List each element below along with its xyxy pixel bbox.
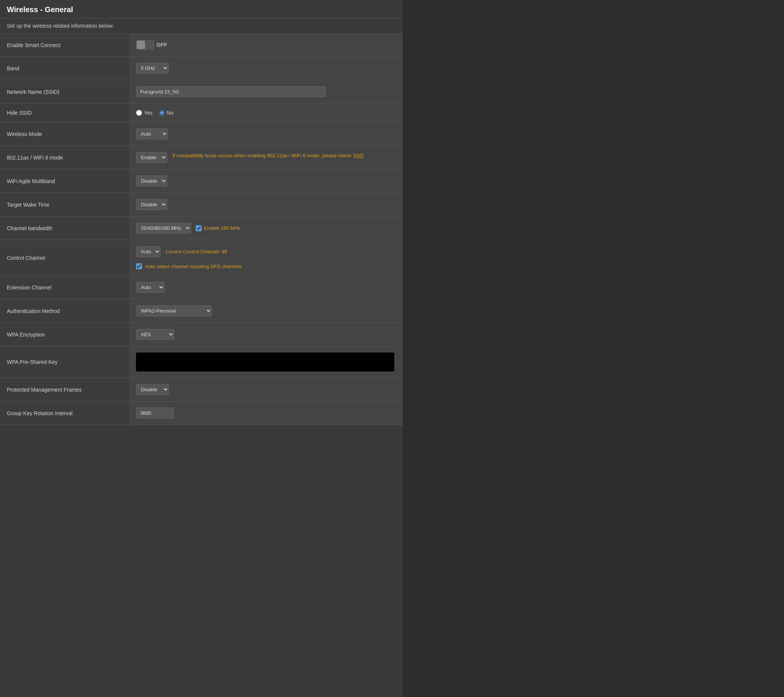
field-label-bandwidth: Channel bandwidth [0,216,129,240]
wifi6-container: Enable Disable If compatibility issue oc… [136,152,396,163]
table-row: WiFi Agile Multiband Disable Enable [0,170,403,193]
field-label-agile: WiFi Agile Multiband [0,170,129,193]
table-row: Authentication Method WPA2-Personal Open… [0,299,403,323]
band-select[interactable]: 5 GHz 2.4 GHz 6 GHz [136,63,169,74]
bandwidth-container: 20/40/80/160 MHz 20 MHz 40 MHz 80 MHz En… [136,222,396,234]
wifi6-warning: If compatibility issue occurs when enabl… [173,152,364,160]
toggle-state-label: OFF [156,42,167,48]
dfs-label: Auto select channel including DFS channe… [145,264,242,269]
field-label-auth: Authentication Method [0,299,129,323]
hide-ssid-no-label[interactable]: No [159,110,174,116]
dfs-checkbox[interactable] [136,263,142,269]
channel-row: Auto 36 40 44 48 Current Control Channel… [136,246,396,257]
toggle-track [136,40,154,50]
dfs-row: Auto select channel including DFS channe… [136,263,396,269]
field-value-control-channel: Auto 36 40 44 48 Current Control Channel… [129,240,403,276]
field-label-control-channel: Control Channel [0,240,129,276]
hide-ssid-no-radio[interactable] [159,110,165,116]
field-label-pmf: Protected Management Frames [0,378,129,402]
field-value-gkri [129,402,403,425]
field-value-smart-connect: OFF [129,34,403,57]
field-value-wpa-enc: AES TKIP TKIP+AES [129,323,403,346]
field-value-psk [129,346,403,378]
hide-ssid-yes-label[interactable]: Yes [136,110,153,116]
auth-method-select[interactable]: WPA2-Personal Open System WPA-Personal W… [136,305,212,316]
field-value-band: 5 GHz 2.4 GHz 6 GHz [129,57,403,80]
field-label-gkri: Group Key Rotation Interval [0,402,129,425]
table-row: 802.11ax / WiFi 6 mode Enable Disable If… [0,146,403,170]
enable-160-label[interactable]: Enable 160 MHz [196,225,240,231]
hide-ssid-yes-text: Yes [144,110,153,116]
wpa-encryption-select[interactable]: AES TKIP TKIP+AES [136,329,175,340]
hide-ssid-no-text: No [167,110,174,116]
enable-160-checkbox[interactable] [196,225,202,231]
field-label-wpa-enc: WPA Encryption [0,323,129,346]
pmf-select[interactable]: Disable Enable Capable [136,384,169,395]
field-label-twt: Target Wake Time [0,193,129,216]
twt-select[interactable]: Disable Enable [136,199,167,210]
field-value-pmf: Disable Enable Capable [129,378,403,402]
enable-160-text: Enable 160 MHz [204,225,240,231]
ssid-input[interactable] [136,86,326,97]
field-value-agile: Disable Enable [129,170,403,193]
table-row: Network Name (SSID) [0,80,403,104]
toggle-thumb [137,41,145,49]
field-label-band: Band [0,57,129,80]
group-key-rotation-input[interactable] [136,407,174,419]
table-row: Wireless Mode Auto N only AC only AX onl… [0,122,403,146]
field-value-ext-channel: Auto Above Below [129,276,403,299]
field-label-hide-ssid: Hide SSID [0,104,129,122]
field-value-wifi6: Enable Disable If compatibility issue oc… [129,146,403,170]
page-wrapper: Wireless - General Set up the wireless r… [0,0,403,697]
smart-connect-toggle[interactable]: OFF [136,40,167,50]
wifi6-faq-link[interactable]: FAQ [354,153,364,158]
table-row: Control Channel Auto 36 40 44 48 Current… [0,240,403,276]
table-row: WPA Encryption AES TKIP TKIP+AES [0,323,403,346]
table-row: Group Key Rotation Interval [0,402,403,425]
table-row: Protected Management Frames Disable Enab… [0,378,403,402]
field-value-auth: WPA2-Personal Open System WPA-Personal W… [129,299,403,323]
current-channel-text: Current Control Channel: 48 [165,249,227,254]
hide-ssid-radio-group: Yes No [136,110,396,116]
field-value-bandwidth: 20/40/80/160 MHz 20 MHz 40 MHz 80 MHz En… [129,216,403,240]
page-subtitle: Set up the wireless related information … [0,18,403,34]
field-label-wireless-mode: Wireless Mode [0,122,129,146]
control-channel-container: Auto 36 40 44 48 Current Control Channel… [136,246,396,269]
wifi6-select[interactable]: Enable Disable [136,152,167,163]
table-row: Extension Channel Auto Above Below [0,276,403,299]
table-row: Hide SSID Yes No [0,104,403,122]
table-row: Target Wake Time Disable Enable [0,193,403,216]
control-channel-select[interactable]: Auto 36 40 44 48 [136,246,161,257]
table-row: Band 5 GHz 2.4 GHz 6 GHz [0,57,403,80]
field-label-ext-channel: Extension Channel [0,276,129,299]
ext-channel-select[interactable]: Auto Above Below [136,282,165,293]
settings-table: Enable Smart Connect OFF Band 5 GHz 2.4 … [0,34,403,425]
table-row: Channel bandwidth 20/40/80/160 MHz 20 MH… [0,216,403,240]
field-label-psk: WPA Pre-Shared Key [0,346,129,378]
hide-ssid-yes-radio[interactable] [136,110,142,116]
wifi6-warning-text: If compatibility issue occurs when enabl… [173,153,354,158]
wireless-mode-select[interactable]: Auto N only AC only AX only [136,129,168,139]
page-title-section: Wireless - General [0,0,403,18]
bandwidth-select[interactable]: 20/40/80/160 MHz 20 MHz 40 MHz 80 MHz [136,222,191,234]
table-row: WPA Pre-Shared Key [0,346,403,378]
psk-redacted [136,353,394,371]
field-label-ssid: Network Name (SSID) [0,80,129,104]
agile-multiband-select[interactable]: Disable Enable [136,175,167,186]
field-value-ssid [129,80,403,104]
table-row: Enable Smart Connect OFF [0,34,403,57]
page-title: Wireless - General [7,5,396,14]
field-value-hide-ssid: Yes No [129,104,403,122]
field-value-wireless-mode: Auto N only AC only AX only [129,122,403,146]
field-value-twt: Disable Enable [129,193,403,216]
field-label-smart-connect: Enable Smart Connect [0,34,129,57]
field-label-wifi6: 802.11ax / WiFi 6 mode [0,146,129,170]
